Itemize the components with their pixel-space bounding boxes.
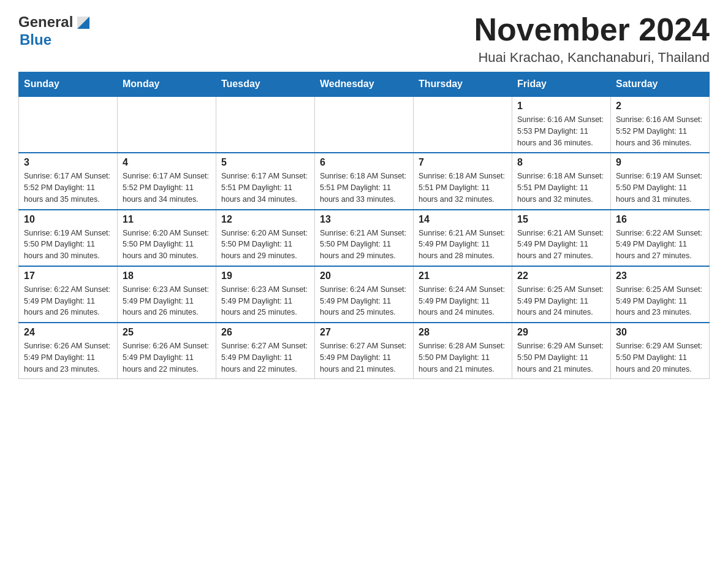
calendar-cell-w5-d2: 25Sunrise: 6:26 AM Sunset: 5:49 PM Dayli… [118, 323, 216, 379]
title-section: November 2024 Huai Krachao, Kanchanaburi… [474, 12, 710, 66]
day-info: Sunrise: 6:16 AM Sunset: 5:53 PM Dayligh… [517, 114, 605, 148]
day-number: 8 [517, 157, 605, 168]
day-number: 20 [320, 270, 408, 282]
logo-blue-text: Blue [20, 32, 51, 48]
calendar-cell-w3-d2: 11Sunrise: 6:20 AM Sunset: 5:50 PM Dayli… [118, 210, 216, 266]
day-info: Sunrise: 6:21 AM Sunset: 5:50 PM Dayligh… [320, 228, 408, 262]
calendar-cell-w1-d3 [216, 96, 315, 153]
day-number: 13 [320, 214, 408, 225]
location-subtitle: Huai Krachao, Kanchanaburi, Thailand [474, 50, 710, 66]
day-number: 14 [419, 214, 507, 225]
day-number: 1 [517, 101, 605, 112]
calendar-cell-w5-d4: 27Sunrise: 6:27 AM Sunset: 5:49 PM Dayli… [315, 323, 414, 379]
day-info: Sunrise: 6:28 AM Sunset: 5:50 PM Dayligh… [419, 340, 507, 375]
calendar-week-2: 3Sunrise: 6:17 AM Sunset: 5:52 PM Daylig… [19, 153, 710, 209]
calendar-cell-w2-d1: 3Sunrise: 6:17 AM Sunset: 5:52 PM Daylig… [19, 153, 118, 209]
day-number: 27 [320, 327, 408, 338]
header-thursday: Thursday [414, 72, 512, 97]
day-info: Sunrise: 6:27 AM Sunset: 5:49 PM Dayligh… [221, 340, 309, 375]
day-number: 9 [616, 157, 704, 168]
calendar-cell-w2-d5: 7Sunrise: 6:18 AM Sunset: 5:51 PM Daylig… [414, 153, 512, 209]
day-info: Sunrise: 6:20 AM Sunset: 5:50 PM Dayligh… [123, 228, 211, 262]
logo-general-text: General [18, 14, 73, 30]
calendar-cell-w4-d7: 23Sunrise: 6:25 AM Sunset: 5:49 PM Dayli… [611, 266, 710, 323]
calendar-cell-w3-d6: 15Sunrise: 6:21 AM Sunset: 5:49 PM Dayli… [512, 210, 611, 266]
day-number: 6 [320, 157, 408, 168]
day-number: 30 [616, 327, 704, 338]
day-number: 28 [419, 327, 507, 338]
calendar-cell-w5-d1: 24Sunrise: 6:26 AM Sunset: 5:49 PM Dayli… [19, 323, 118, 379]
day-info: Sunrise: 6:20 AM Sunset: 5:50 PM Dayligh… [221, 228, 309, 262]
calendar-cell-w5-d7: 30Sunrise: 6:29 AM Sunset: 5:50 PM Dayli… [611, 323, 710, 379]
day-number: 25 [123, 327, 211, 338]
day-number: 24 [24, 327, 112, 338]
logo: General Blue [18, 12, 93, 48]
day-info: Sunrise: 6:25 AM Sunset: 5:49 PM Dayligh… [616, 284, 704, 318]
header-saturday: Saturday [611, 72, 710, 97]
calendar-week-4: 17Sunrise: 6:22 AM Sunset: 5:49 PM Dayli… [19, 266, 710, 323]
day-info: Sunrise: 6:17 AM Sunset: 5:52 PM Dayligh… [24, 170, 112, 205]
day-info: Sunrise: 6:18 AM Sunset: 5:51 PM Dayligh… [517, 170, 605, 205]
day-number: 21 [419, 270, 507, 282]
day-number: 26 [221, 327, 309, 338]
calendar-cell-w5-d5: 28Sunrise: 6:28 AM Sunset: 5:50 PM Dayli… [414, 323, 512, 379]
calendar-cell-w3-d3: 12Sunrise: 6:20 AM Sunset: 5:50 PM Dayli… [216, 210, 315, 266]
calendar-cell-w1-d4 [315, 96, 414, 153]
calendar-cell-w4-d4: 20Sunrise: 6:24 AM Sunset: 5:49 PM Dayli… [315, 266, 414, 323]
day-info: Sunrise: 6:25 AM Sunset: 5:49 PM Dayligh… [517, 284, 605, 318]
day-info: Sunrise: 6:29 AM Sunset: 5:50 PM Dayligh… [517, 340, 605, 375]
day-number: 19 [221, 270, 309, 282]
day-info: Sunrise: 6:29 AM Sunset: 5:50 PM Dayligh… [616, 340, 704, 375]
day-info: Sunrise: 6:24 AM Sunset: 5:49 PM Dayligh… [419, 284, 507, 318]
day-number: 22 [517, 270, 605, 282]
calendar-cell-w3-d4: 13Sunrise: 6:21 AM Sunset: 5:50 PM Dayli… [315, 210, 414, 266]
calendar-week-1: 1Sunrise: 6:16 AM Sunset: 5:53 PM Daylig… [19, 96, 710, 153]
day-number: 17 [24, 270, 112, 282]
calendar-cell-w2-d7: 9Sunrise: 6:19 AM Sunset: 5:50 PM Daylig… [611, 153, 710, 209]
calendar-cell-w1-d6: 1Sunrise: 6:16 AM Sunset: 5:53 PM Daylig… [512, 96, 611, 153]
calendar-cell-w3-d5: 14Sunrise: 6:21 AM Sunset: 5:49 PM Dayli… [414, 210, 512, 266]
page-header: General Blue November 2024 Huai Krachao,… [18, 12, 710, 66]
calendar-cell-w1-d7: 2Sunrise: 6:16 AM Sunset: 5:52 PM Daylig… [611, 96, 710, 153]
day-number: 3 [24, 157, 112, 168]
calendar-cell-w4-d1: 17Sunrise: 6:22 AM Sunset: 5:49 PM Dayli… [19, 266, 118, 323]
day-number: 15 [517, 214, 605, 225]
day-info: Sunrise: 6:23 AM Sunset: 5:49 PM Dayligh… [123, 284, 211, 318]
calendar-cell-w1-d1 [19, 96, 118, 153]
day-number: 5 [221, 157, 309, 168]
header-friday: Friday [512, 72, 611, 97]
day-number: 29 [517, 327, 605, 338]
day-info: Sunrise: 6:19 AM Sunset: 5:50 PM Dayligh… [24, 228, 112, 262]
day-number: 12 [221, 214, 309, 225]
calendar-cell-w4-d5: 21Sunrise: 6:24 AM Sunset: 5:49 PM Dayli… [414, 266, 512, 323]
day-info: Sunrise: 6:22 AM Sunset: 5:49 PM Dayligh… [24, 284, 112, 318]
day-number: 18 [123, 270, 211, 282]
calendar-cell-w1-d5 [414, 96, 512, 153]
day-info: Sunrise: 6:26 AM Sunset: 5:49 PM Dayligh… [123, 340, 211, 375]
day-info: Sunrise: 6:18 AM Sunset: 5:51 PM Dayligh… [419, 170, 507, 205]
day-number: 23 [616, 270, 704, 282]
calendar-cell-w1-d2 [118, 96, 216, 153]
day-number: 7 [419, 157, 507, 168]
day-number: 10 [24, 214, 112, 225]
calendar-cell-w4-d6: 22Sunrise: 6:25 AM Sunset: 5:49 PM Dayli… [512, 266, 611, 323]
day-info: Sunrise: 6:17 AM Sunset: 5:52 PM Dayligh… [123, 170, 211, 205]
day-info: Sunrise: 6:21 AM Sunset: 5:49 PM Dayligh… [517, 228, 605, 262]
day-number: 4 [123, 157, 211, 168]
day-info: Sunrise: 6:26 AM Sunset: 5:49 PM Dayligh… [24, 340, 112, 375]
calendar-cell-w5-d6: 29Sunrise: 6:29 AM Sunset: 5:50 PM Dayli… [512, 323, 611, 379]
day-info: Sunrise: 6:19 AM Sunset: 5:50 PM Dayligh… [616, 170, 704, 205]
day-number: 16 [616, 214, 704, 225]
calendar-cell-w5-d3: 26Sunrise: 6:27 AM Sunset: 5:49 PM Dayli… [216, 323, 315, 379]
day-info: Sunrise: 6:16 AM Sunset: 5:52 PM Dayligh… [616, 114, 704, 148]
calendar-cell-w2-d4: 6Sunrise: 6:18 AM Sunset: 5:51 PM Daylig… [315, 153, 414, 209]
header-tuesday: Tuesday [216, 72, 315, 97]
calendar-week-3: 10Sunrise: 6:19 AM Sunset: 5:50 PM Dayli… [19, 210, 710, 266]
logo-triangle-icon [74, 13, 93, 32]
calendar-week-5: 24Sunrise: 6:26 AM Sunset: 5:49 PM Dayli… [19, 323, 710, 379]
day-number: 11 [123, 214, 211, 225]
day-info: Sunrise: 6:21 AM Sunset: 5:49 PM Dayligh… [419, 228, 507, 262]
day-info: Sunrise: 6:23 AM Sunset: 5:49 PM Dayligh… [221, 284, 309, 318]
day-info: Sunrise: 6:27 AM Sunset: 5:49 PM Dayligh… [320, 340, 408, 375]
calendar-table: Sunday Monday Tuesday Wednesday Thursday… [18, 72, 710, 379]
